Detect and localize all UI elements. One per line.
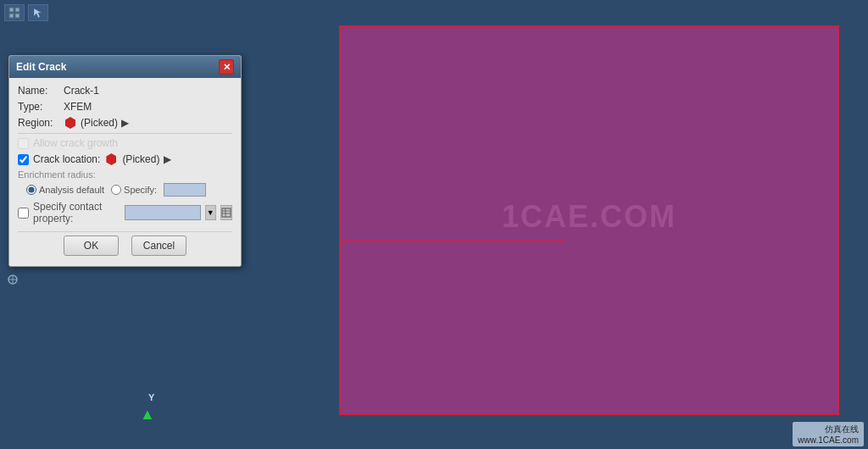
- specify-radio-item: Specify:: [111, 185, 157, 195]
- dialog-buttons: OK Cancel: [18, 236, 232, 259]
- region-picked: (Picked): [81, 117, 118, 129]
- specify-contact-checkbox[interactable]: [18, 208, 29, 219]
- region-row: Region: (Picked) ▶: [18, 117, 232, 129]
- cursor-icon[interactable]: [28, 4, 48, 21]
- specify-contact-label: Specify contact property:: [33, 201, 120, 224]
- dialog-close-button[interactable]: ✕: [219, 59, 234, 75]
- analysis-default-radio[interactable]: [26, 185, 36, 195]
- divider-1: [18, 133, 232, 134]
- analysis-default-label: Analysis default: [39, 185, 104, 195]
- toolbar-top: [4, 4, 48, 21]
- analysis-default-radio-item: Analysis default: [26, 185, 104, 195]
- allow-crack-growth-row: Allow crack growth: [18, 137, 232, 149]
- crack-location-cursor-icon[interactable]: ▶: [164, 153, 171, 165]
- divider-2: [18, 231, 232, 232]
- origin-icon[interactable]: [4, 271, 21, 288]
- allow-crack-growth-checkbox[interactable]: [18, 138, 29, 149]
- y-axis-label: Y: [148, 392, 154, 402]
- name-label: Name:: [18, 85, 60, 97]
- contact-table-icon[interactable]: [220, 205, 232, 220]
- contact-dropdown-button[interactable]: ▼: [205, 205, 216, 220]
- specify-input[interactable]: [164, 183, 206, 197]
- region-label: Region:: [18, 117, 60, 129]
- dialog-titlebar: Edit Crack ✕: [9, 56, 241, 78]
- type-value: XFEM: [64, 101, 92, 113]
- type-row: Type: XFEM: [18, 101, 232, 113]
- ok-button[interactable]: OK: [64, 236, 119, 256]
- crack-location-picked: (Picked): [122, 153, 159, 165]
- svg-rect-0: [9, 8, 14, 12]
- enrichment-radio-group: Analysis default Specify:: [26, 183, 232, 197]
- watermark-line2: www.1CAE.com: [798, 435, 859, 445]
- name-row: Name: Crack-1: [18, 85, 232, 97]
- specify-label: Specify:: [124, 185, 157, 195]
- type-label: Type:: [18, 101, 60, 113]
- svg-rect-8: [222, 208, 231, 217]
- edit-crack-dialog: Edit Crack ✕ Name: Crack-1 Type: XFEM Re…: [8, 55, 242, 267]
- viewport-redline: [341, 240, 565, 241]
- cancel-button[interactable]: Cancel: [131, 236, 186, 256]
- y-axis-arrow: ▲: [140, 406, 155, 424]
- left-icons: [4, 271, 21, 288]
- grid-icon[interactable]: [4, 4, 25, 21]
- viewport-watermark: 1CAE.COM: [502, 199, 676, 235]
- allow-crack-growth-label: Allow crack growth: [33, 137, 118, 149]
- name-value: Crack-1: [64, 85, 99, 97]
- contact-property-row: Specify contact property: ▼: [18, 201, 232, 224]
- region-cursor-icon[interactable]: ▶: [121, 117, 129, 129]
- specify-radio[interactable]: [111, 185, 121, 195]
- contact-property-input[interactable]: [125, 205, 201, 220]
- viewport: 1CAE.COM: [339, 25, 839, 415]
- svg-rect-1: [15, 8, 19, 12]
- svg-rect-3: [15, 14, 19, 18]
- dialog-title: Edit Crack: [16, 61, 66, 73]
- svg-rect-2: [9, 14, 14, 18]
- region-icon: [65, 117, 75, 129]
- svg-marker-4: [34, 8, 42, 18]
- crack-location-checkbox[interactable]: [18, 154, 29, 165]
- crack-location-row: Crack location: (Picked) ▶: [18, 153, 232, 165]
- crack-location-icon: [106, 153, 116, 165]
- dialog-body: Name: Crack-1 Type: XFEM Region: (Picked…: [9, 78, 241, 266]
- enrichment-radius-label: Enrichment radius:: [18, 169, 232, 180]
- crack-location-label: Crack location:: [33, 153, 100, 165]
- watermark-line1: 仿真在线: [798, 424, 859, 435]
- bottom-watermark: 仿真在线 www.1CAE.com: [793, 422, 864, 446]
